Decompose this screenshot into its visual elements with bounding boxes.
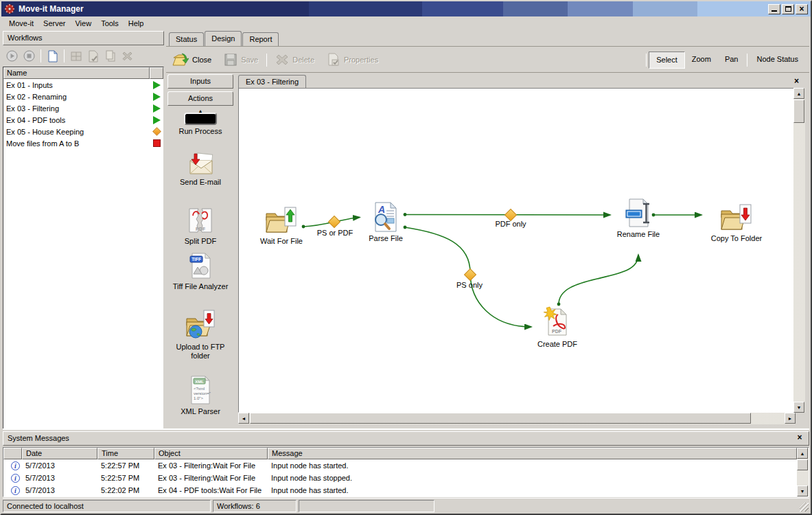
message-row[interactable]: i 5/7/2013 5:22:57 PM Ex 03 - Filtering:… [3,472,797,484]
status-column-header[interactable] [150,67,163,79]
node-label: Create PDF [526,340,589,348]
palette-item-tiff-analyzer[interactable]: TIFF Tiff File Analyzer [167,251,233,291]
workflow-list-item[interactable]: Ex 05 - House Keeping [3,126,163,137]
edit-workflow-button[interactable] [85,48,101,64]
menu-move-it[interactable]: Move-it [4,18,38,29]
zoom-mode-button[interactable]: Zoom [685,52,718,69]
scroll-right-button[interactable]: ► [785,413,796,424]
palette-item-xml-parser[interactable]: XML <?xml version=" 1.0"> XML Parser [167,375,233,416]
properties-button[interactable]: Properties [321,50,384,70]
xml-line: 1.0"> [194,396,203,400]
icon-column-header[interactable] [3,448,22,459]
toolbar-separator [747,54,747,67]
canvas-hscrollbar[interactable]: ◄ ► [238,413,796,424]
close-canvas-tab-button[interactable]: × [791,76,802,87]
canvas-vscrollbar[interactable]: ▲ ▼ [793,88,805,413]
object-column-header[interactable]: Object [154,448,268,459]
message-column-header[interactable]: Message [268,448,797,459]
hscroll-thumb[interactable] [250,413,751,424]
menu-view[interactable]: View [70,18,96,29]
delete-x-icon [121,51,133,61]
node-rename-file[interactable]: Rename File [607,197,670,238]
scroll-up-button[interactable]: ▲ [793,88,804,99]
design-canvas[interactable]: PS or PDF PDF only PS only [238,88,796,413]
window-title: Move-it Manager [19,4,84,14]
workflow-list-item[interactable]: Ex 02 - Renaming [3,91,163,102]
canvas-tab[interactable]: Ex 03 - Filtering [238,75,306,89]
date-column-header[interactable]: Date [22,448,97,459]
send-email-icon [186,152,215,176]
scroll-left-button[interactable]: ◄ [238,413,249,424]
xml-line: version=" [194,391,211,396]
node-parse-file[interactable]: A Parse File [354,201,417,242]
name-column-header[interactable]: Name [3,67,150,79]
decision-diamond-pdf-only[interactable] [505,209,517,221]
close-button[interactable]: Close [166,50,218,70]
message-row[interactable]: i 5/7/2013 5:22:02 PM Ex 04 - PDF tools:… [3,484,797,496]
system-messages-table: Date Time Object Message i 5/7/2013 5:22… [3,447,809,497]
status-bar: Connected to localhost Workflows: 6 [3,498,809,512]
maximize-button[interactable] [782,4,794,14]
scroll-down-button[interactable]: ▼ [793,402,804,413]
message-object: Ex 03 - Filtering:Wait For File [154,461,268,470]
palette-tab-actions[interactable]: Actions [167,91,233,106]
message-date: 5/7/2013 [22,474,97,482]
workflow-list-header: Name [3,67,163,79]
scroll-up-button[interactable]: ▲ [797,448,808,459]
palette-item-send-email[interactable]: Send E-mail [167,152,233,187]
resize-grip[interactable] [800,503,809,512]
messages-scrollbar[interactable]: ▲ ▼ [797,448,809,496]
node-copy-to-folder[interactable]: Copy To Folder [705,203,768,242]
tab-status[interactable]: Status [169,32,204,46]
workflow-grid-button[interactable] [68,48,84,64]
close-window-button[interactable]: × [796,4,808,14]
delete-workflow-button[interactable] [119,48,135,64]
grid-icon [71,52,82,61]
stop-workflow-button[interactable] [21,48,37,64]
delete-button[interactable]: Delete [269,50,321,70]
workflow-list-item[interactable]: Ex 03 - Filtering [3,102,163,114]
time-column-header[interactable]: Time [97,448,154,459]
select-mode-button[interactable]: Select [649,52,685,69]
decision-diamond-ps-only[interactable] [465,269,476,281]
menu-help[interactable]: Help [124,18,149,29]
new-workflow-button[interactable] [45,48,60,64]
info-icon: i [11,461,20,470]
message-object: Ex 03 - Filtering:Wait For File [154,474,268,482]
message-date: 5/7/2013 [22,486,97,494]
design-area: Status Design Report Close Save [166,31,809,428]
save-button[interactable]: Save [218,50,264,70]
palette-item-split-pdf[interactable]: PDF Split PDF [167,206,233,246]
workflow-list-item[interactable]: Ex 04 - PDF tools [3,114,163,126]
palette-tab-inputs[interactable]: Inputs [167,74,233,89]
node-status-button[interactable]: Node Status [750,52,805,69]
scroll-down-button[interactable]: ▼ [797,485,808,496]
workflow-list-item[interactable]: Move files from A to B [3,137,163,149]
pan-mode-button[interactable]: Pan [718,52,745,69]
pdf-text: PDF [196,227,206,231]
menu-tools[interactable]: Tools [96,18,124,29]
new-document-icon [47,50,58,62]
workflow-name: Move files from A to B [6,139,150,148]
decision-diamond-ps-or-pdf[interactable] [329,216,340,228]
message-row[interactable]: i 5/7/2013 5:22:57 PM Ex 03 - Filtering:… [3,459,797,472]
message-date: 5/7/2013 [22,461,97,470]
menu-server[interactable]: Server [38,18,70,29]
start-workflow-button[interactable] [4,48,20,64]
minimize-button[interactable] [768,4,780,14]
vscroll-thumb[interactable] [797,459,808,470]
workflow-name: Ex 04 - PDF tools [6,116,150,124]
node-create-pdf[interactable]: PDF Create PDF [526,306,589,348]
vscroll-thumb[interactable] [793,100,804,123]
message-object: Ex 04 - PDF tools:Wait For File [154,486,268,494]
tab-design[interactable]: Design [205,31,242,46]
node-wait-for-file[interactable]: Wait For File [250,205,313,245]
system-messages-title: System Messages [3,431,809,446]
workflow-list-item[interactable]: Ex 01 - Inputs [3,79,163,91]
tab-report[interactable]: Report [242,32,279,46]
copy-workflow-button[interactable] [102,48,118,64]
palette-item-upload-ftp[interactable]: Upload to FTP folder [167,309,233,360]
palette-item-run-process[interactable]: Run Process [167,113,233,136]
workflow-name: Ex 05 - House Keeping [6,128,150,136]
close-system-messages-button[interactable]: × [794,433,805,444]
